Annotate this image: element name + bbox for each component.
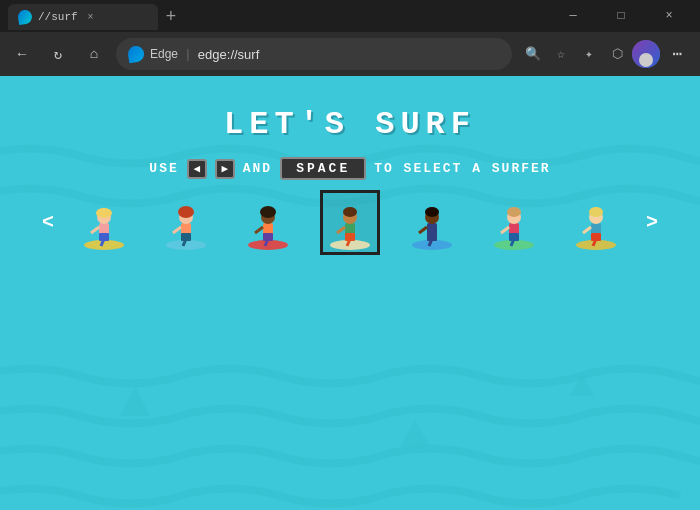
surfer-item-3[interactable] <box>238 190 298 255</box>
game-title: LET'S SURF <box>0 76 700 143</box>
maximize-button[interactable]: □ <box>598 0 644 32</box>
svg-line-8 <box>91 227 99 233</box>
collections-icon-btn[interactable]: ✦ <box>576 41 602 67</box>
new-tab-button[interactable]: + <box>158 4 184 30</box>
svg-line-36 <box>419 227 427 233</box>
search-icon-btn[interactable]: 🔍 <box>520 41 546 67</box>
profile-avatar[interactable] <box>632 40 660 68</box>
surfer-container <box>74 190 626 255</box>
tab-title: //surf <box>38 11 78 23</box>
right-arrow-key: ▶ <box>215 159 235 179</box>
surfer-selection-row: < <box>0 190 700 255</box>
browser-tab[interactable]: //surf × <box>8 4 158 30</box>
svg-point-35 <box>425 207 439 217</box>
svg-point-42 <box>507 207 521 217</box>
tab-favicon <box>17 9 33 25</box>
edge-logo-icon <box>127 45 146 64</box>
surfer-6-icon <box>489 193 539 253</box>
svg-rect-17 <box>181 233 191 241</box>
window-controls: — □ × <box>550 0 692 32</box>
back-button[interactable]: ← <box>8 40 36 68</box>
svg-point-49 <box>589 207 603 217</box>
home-button[interactable]: ⌂ <box>80 40 108 68</box>
svg-rect-24 <box>263 233 273 241</box>
favorites-icon-btn[interactable]: ☆ <box>548 41 574 67</box>
surfer-nav-left[interactable]: < <box>42 211 54 234</box>
address-bar: ← ↻ ⌂ Edge | edge://surf 🔍 ☆ ✦ ⬡ ⋯ <box>0 32 700 76</box>
refresh-button[interactable]: ↻ <box>44 40 72 68</box>
svg-line-15 <box>173 227 181 233</box>
surfer-1-icon <box>79 193 129 253</box>
game-area: LET'S SURF USE ◀ ▶ AND SPACE TO SELECT A… <box>0 76 700 510</box>
tab-close-button[interactable]: × <box>84 10 98 24</box>
menu-button[interactable]: ⋯ <box>662 39 692 69</box>
share-icon-btn[interactable]: ⬡ <box>604 41 630 67</box>
surfer-item-2[interactable] <box>156 190 216 255</box>
svg-rect-31 <box>345 233 355 241</box>
surfer-4-icon <box>325 193 375 253</box>
surfer-item-7[interactable] <box>566 190 626 255</box>
svg-rect-38 <box>427 233 437 241</box>
left-arrow-key: ◀ <box>187 159 207 179</box>
surfer-3-icon <box>243 193 293 253</box>
separator: | <box>184 47 192 62</box>
surfer-item-5[interactable] <box>402 190 462 255</box>
svg-point-14 <box>178 206 194 218</box>
minimize-button[interactable]: — <box>550 0 596 32</box>
surfer-item-6[interactable] <box>484 190 544 255</box>
svg-line-50 <box>583 227 591 233</box>
svg-line-29 <box>337 227 345 233</box>
url-display: edge://surf <box>198 47 259 62</box>
surfer-5-icon <box>407 193 457 253</box>
address-field[interactable]: Edge | edge://surf <box>116 38 512 70</box>
svg-point-28 <box>343 207 357 217</box>
surfer-nav-right[interactable]: > <box>646 211 658 234</box>
instructions-row: USE ◀ ▶ AND SPACE TO SELECT A SURFER <box>0 157 700 180</box>
svg-line-22 <box>255 227 263 233</box>
surfer-2-icon <box>161 193 211 253</box>
and-label: AND <box>243 161 272 176</box>
svg-line-43 <box>501 227 509 233</box>
svg-rect-52 <box>591 233 601 241</box>
svg-point-7 <box>96 208 112 218</box>
close-button[interactable]: × <box>646 0 692 32</box>
surfer-item-4[interactable] <box>320 190 380 255</box>
to-select-label: TO SELECT A SURFER <box>374 161 550 176</box>
surfer-7-icon <box>571 193 621 253</box>
svg-rect-45 <box>509 233 519 241</box>
space-key: SPACE <box>280 157 366 180</box>
svg-rect-10 <box>99 233 109 241</box>
brand-name: Edge <box>150 47 178 61</box>
toolbar-icons: 🔍 ☆ ✦ ⬡ ⋯ <box>520 39 692 69</box>
svg-point-21 <box>260 206 276 218</box>
surfer-item-1[interactable] <box>74 190 134 255</box>
use-label: USE <box>149 161 178 176</box>
